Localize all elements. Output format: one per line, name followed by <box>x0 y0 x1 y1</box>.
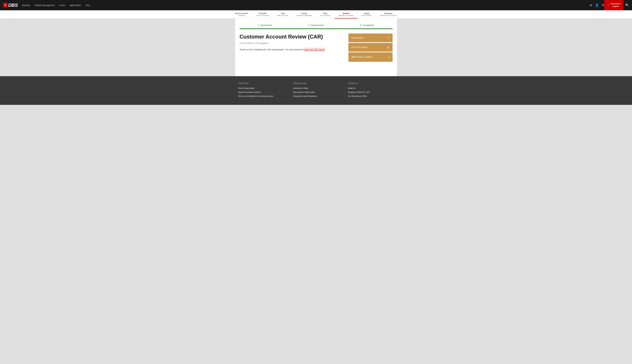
nav-banking[interactable]: Banking <box>22 4 30 6</box>
sec-nav-transfer-label: Transfer <box>258 12 267 14</box>
dbs-logo[interactable]: ✕ DBS <box>3 2 18 8</box>
sec-nav-my-accounts-sub: Summary <box>238 14 245 16</box>
top-nav-links: Banking Wealth Management Invest digiPor… <box>22 4 590 6</box>
thank-you-prefix: Thank you for completing the CAR questio… <box>240 48 304 51</box>
sec-nav-plan[interactable]: Plan Your Finances <box>316 10 334 18</box>
logout-icon: → <box>607 4 610 7</box>
sec-nav-my-accounts-label: My Accounts <box>235 12 248 14</box>
sec-nav-transfer-sub: Local or Overseas <box>256 14 269 16</box>
transactions-video-link[interactable]: Transactions Video Guide <box>293 91 339 93</box>
sec-nav-pay-label: Pay <box>281 12 285 14</box>
sec-nav-cards[interactable]: Cards Activate and Manage <box>292 10 316 18</box>
mail-icon[interactable]: ✉ <box>602 4 604 7</box>
sec-nav-my-accounts[interactable]: My Accounts Summary <box>231 10 252 18</box>
step-completion: 3. Completion <box>342 22 392 28</box>
print-label: Print This Page <box>351 46 368 49</box>
thank-you-text: Thank you for completing the CAR questio… <box>240 48 342 51</box>
nav-wealth-management[interactable]: Wealth Management <box>34 4 55 6</box>
footer-contact-us: Contact Us Email Us Singapore 1800 221 1… <box>348 82 394 99</box>
contact-us-title: Contact Us <box>348 82 394 84</box>
online-trading-label: DBS Online Trading <box>351 56 372 58</box>
online-trading-button[interactable]: DBS Online Trading › <box>348 52 392 62</box>
sec-nav-pay-sub: Bills and Cards <box>278 14 288 16</box>
need-help-label: Need Help? <box>351 36 364 39</box>
progress-segment-1 <box>240 28 291 29</box>
phone-link[interactable]: Singapore 1800 221 1111 <box>348 91 394 93</box>
getting-started-title: Getting started <box>293 82 339 84</box>
sec-nav-apply-label: Apply <box>364 12 370 14</box>
content-left: Customer Account Review (CAR) 25 Nov 202… <box>240 34 342 62</box>
sec-nav-pay[interactable]: Pay Bills and Cards <box>273 10 292 18</box>
need-help-button[interactable]: Need Help? ? <box>348 34 392 42</box>
progress-segment-2 <box>290 28 342 29</box>
timestamp: 25 Nov 2020 04:27 PM Singapore <box>240 42 342 44</box>
content-inner: Customer Account Review (CAR) 25 Nov 202… <box>240 34 392 62</box>
sec-nav-cards-label: Cards <box>301 12 307 14</box>
deposit-insurance-link[interactable]: Deposit Insurance Scheme <box>238 91 284 93</box>
help-icon: ? <box>388 36 390 40</box>
sec-nav-plan-sub: Your Finances <box>320 14 330 16</box>
logout-label: Proceed toLogout <box>611 3 620 8</box>
intro-video-link[interactable]: Introduction Video <box>293 87 339 89</box>
sec-nav-request-sub: Statements or Services <box>380 14 397 16</box>
sec-nav-invest[interactable]: Invest Manage your Wealth <box>334 10 358 18</box>
sec-nav-apply-sub: New Products <box>362 14 372 16</box>
arrow-right-icon: › <box>388 55 390 59</box>
nav-plan[interactable]: Plan <box>86 4 90 6</box>
useful-links-title: Useful links <box>238 82 284 84</box>
branches-link[interactable]: Our Branches & ATMs <box>348 95 394 97</box>
nav-digiportfolio[interactable]: digiPortfolio <box>70 4 81 6</box>
sec-nav-plan-label: Plan <box>323 12 328 14</box>
footer-useful-links: Useful links View Pricing Guide Deposit … <box>238 82 284 99</box>
sec-nav-request-label: Request <box>384 12 392 14</box>
sec-nav-invest-label: Invest <box>343 12 349 14</box>
logo-area[interactable]: ✕ DBS <box>3 2 18 8</box>
faq-link[interactable]: Frequently Asked Questions <box>293 95 339 97</box>
top-nav-icons: ⊕ 👤 ✉ <box>590 4 604 7</box>
progress-segment-3 <box>342 28 392 29</box>
progress-section: 1. Declaration 2. Assessment 3. Completi… <box>235 18 397 29</box>
sec-nav-apply[interactable]: Apply New Products <box>358 10 376 18</box>
email-us-link[interactable]: Email Us <box>348 87 394 89</box>
nav-invest[interactable]: Invest <box>59 4 65 6</box>
sec-nav-invest-sub: Manage your Wealth <box>338 14 354 16</box>
dbs-wordmark: DBS <box>8 2 18 8</box>
page-title: Customer Account Review (CAR) <box>240 34 342 40</box>
terms-conditions-link[interactable]: Terms and Conditions Governing Account <box>238 95 284 97</box>
footer-getting-started: Getting started Introduction Video Trans… <box>293 82 339 99</box>
progress-steps: 1. Declaration 2. Assessment 3. Completi… <box>240 22 392 28</box>
dbs-x-icon: ✕ <box>3 3 8 8</box>
sec-nav-transfer[interactable]: Transfer Local or Overseas <box>252 10 273 18</box>
logout-button[interactable]: → Proceed toLogout <box>604 0 623 10</box>
print-icon: 🖨 <box>387 46 390 49</box>
content-panel: Customer Account Review (CAR) 25 Nov 202… <box>235 29 397 76</box>
search-icon[interactable]: 🔍 <box>626 4 629 7</box>
top-navigation: ✕ DBS Banking Wealth Management Invest d… <box>0 0 632 10</box>
secondary-navigation: My Accounts Summary Transfer Local or Ov… <box>0 10 632 18</box>
step-assessment: 2. Assessment <box>290 22 342 28</box>
footer: Useful links View Pricing Guide Deposit … <box>0 76 632 105</box>
print-button[interactable]: Print This Page 🖨 <box>348 43 392 52</box>
progress-bar <box>240 28 392 29</box>
sec-nav-request[interactable]: Request Statements or Services <box>376 10 401 18</box>
content-right: Need Help? ? Print This Page 🖨 DBS Onlin… <box>348 34 392 62</box>
pricing-guide-link[interactable]: View Pricing Guide <box>238 87 284 89</box>
step-declaration: 1. Declaration <box>240 22 291 28</box>
footer-inner: Useful links View Pricing Guide Deposit … <box>235 82 397 99</box>
user-icon[interactable]: 👤 <box>595 4 599 7</box>
car-status-link[interactable]: view your CAR status <box>304 48 325 51</box>
thank-you-suffix: . <box>325 48 325 51</box>
network-icon[interactable]: ⊕ <box>590 4 592 7</box>
sec-nav-cards-sub: Activate and Manage <box>296 14 312 16</box>
